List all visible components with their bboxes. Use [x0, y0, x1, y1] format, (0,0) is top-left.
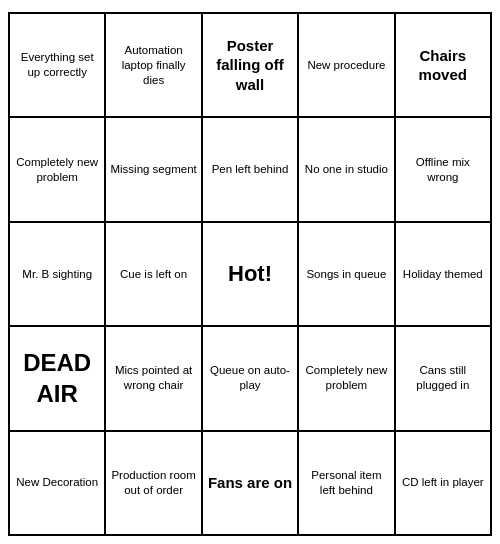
bingo-cell: Hot! — [203, 223, 299, 327]
bingo-cell: Pen left behind — [203, 118, 299, 222]
bingo-cell: Fans are on — [203, 432, 299, 536]
bingo-cell: Cans still plugged in — [396, 327, 492, 431]
bingo-cell: DEAD AIR — [10, 327, 106, 431]
bingo-cell: Automation laptop finally dies — [106, 14, 202, 118]
bingo-cell: Queue on auto-play — [203, 327, 299, 431]
bingo-cell: New Decoration — [10, 432, 106, 536]
bingo-cell: Completely new problem — [10, 118, 106, 222]
bingo-cell: Missing segment — [106, 118, 202, 222]
bingo-cell: Everything set up correctly — [10, 14, 106, 118]
bingo-cell: Cue is left on — [106, 223, 202, 327]
bingo-cell: Completely new problem — [299, 327, 395, 431]
bingo-cell: New procedure — [299, 14, 395, 118]
bingo-cell: Offline mix wrong — [396, 118, 492, 222]
bingo-cell: Personal item left behind — [299, 432, 395, 536]
bingo-cell: Holiday themed — [396, 223, 492, 327]
bingo-cell: Songs in queue — [299, 223, 395, 327]
bingo-cell: No one in studio — [299, 118, 395, 222]
bingo-grid: Everything set up correctlyAutomation la… — [8, 12, 492, 536]
bingo-cell: Mics pointed at wrong chair — [106, 327, 202, 431]
bingo-cell: Mr. B sighting — [10, 223, 106, 327]
bingo-cell: Poster falling off wall — [203, 14, 299, 118]
bingo-cell: CD left in player — [396, 432, 492, 536]
bingo-cell: Chairs moved — [396, 14, 492, 118]
bingo-cell: Production room out of order — [106, 432, 202, 536]
